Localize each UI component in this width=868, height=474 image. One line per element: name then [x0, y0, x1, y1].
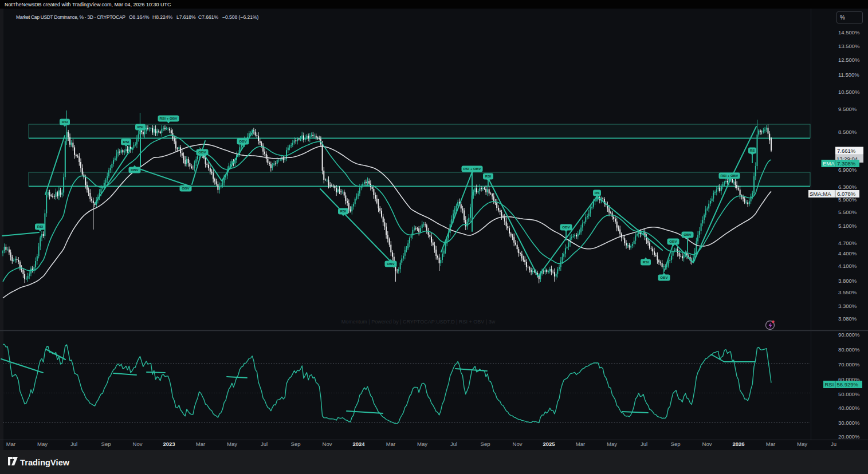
svg-text:30.000%: 30.000%: [838, 420, 860, 426]
svg-text:14.500%: 14.500%: [838, 29, 860, 35]
svg-text:56.929%: 56.929%: [837, 381, 859, 388]
svg-text:May: May: [417, 441, 427, 447]
svg-text:2023: 2023: [163, 441, 175, 447]
svg-text:RSI: RSI: [123, 140, 129, 144]
svg-text:70.000%: 70.000%: [838, 361, 860, 368]
svg-text:Momentum | Powered by | CR: Momentum | Powered by | CRYPTOCAP:USDT.D…: [341, 319, 496, 325]
svg-text:9.500%: 9.500%: [838, 106, 857, 112]
svg-text:90.000%: 90.000%: [838, 331, 860, 338]
svg-text:8.500%: 8.500%: [838, 129, 857, 135]
svg-text:%: %: [840, 14, 845, 21]
svg-text:20.000%: 20.000%: [838, 433, 860, 440]
svg-text:O8.164%: O8.164%: [129, 14, 150, 20]
svg-text:50.000%: 50.000%: [838, 391, 860, 397]
svg-text:L7.618%: L7.618%: [176, 14, 196, 20]
svg-text:EMA: EMA: [823, 160, 835, 167]
svg-text:Jul: Jul: [70, 441, 77, 447]
svg-text:OBV: OBV: [198, 150, 206, 154]
svg-text:4.400%: 4.400%: [838, 250, 857, 256]
svg-text:Nov: Nov: [513, 441, 523, 447]
svg-text:OBV: OBV: [387, 262, 395, 266]
svg-text:Jul: Jul: [641, 441, 647, 447]
svg-text:40.000%: 40.000%: [838, 405, 860, 411]
svg-text:OBV: OBV: [182, 186, 190, 190]
svg-text:Sep: Sep: [291, 441, 301, 447]
svg-text:May: May: [227, 441, 237, 447]
svg-text:RSI: RSI: [485, 174, 492, 178]
svg-text:Jul: Jul: [450, 441, 457, 447]
svg-text:Sep: Sep: [481, 441, 490, 447]
svg-text:RSI: RSI: [37, 224, 44, 228]
svg-text:Nov: Nov: [133, 441, 143, 447]
svg-text:Mar: Mar: [766, 441, 775, 447]
svg-text:Market Cap USDT Dominance, % ·: Market Cap USDT Dominance, % · 3D · CRYP…: [16, 14, 125, 20]
svg-text:OBV: OBV: [562, 225, 570, 229]
svg-text:RSI: RSI: [62, 120, 68, 124]
svg-text:−0.508 (−6.21%): −0.508 (−6.21%): [222, 14, 258, 20]
svg-text:TradingView: TradingView: [20, 458, 70, 467]
svg-text:Ju: Ju: [831, 441, 836, 447]
svg-text:OBV: OBV: [684, 232, 692, 236]
svg-text:Nov: Nov: [702, 441, 712, 447]
svg-text:3.800%: 3.800%: [838, 278, 857, 284]
svg-text:Nov: Nov: [323, 441, 332, 447]
svg-text:5.100%: 5.100%: [838, 223, 857, 229]
svg-text:4.700%: 4.700%: [838, 240, 857, 246]
svg-text:7.308%: 7.308%: [837, 160, 856, 167]
svg-text:NotTheNewsDB created with Trad: NotTheNewsDB created with TradingView.co…: [5, 2, 171, 7]
svg-text:13.500%: 13.500%: [838, 43, 860, 49]
svg-text:Mar: Mar: [386, 441, 395, 447]
svg-text:RSI: RSI: [138, 125, 144, 129]
svg-text:3.550%: 3.550%: [838, 289, 857, 295]
svg-text:10.500%: 10.500%: [838, 89, 860, 95]
svg-text:C7.661%: C7.661%: [198, 14, 218, 20]
svg-text:2026: 2026: [732, 441, 744, 447]
svg-text:2024: 2024: [352, 441, 365, 447]
svg-text:80.000%: 80.000%: [838, 346, 860, 353]
svg-text:OBV: OBV: [239, 139, 247, 143]
svg-text:Mar: Mar: [196, 441, 205, 447]
svg-text:3.080%: 3.080%: [838, 315, 857, 322]
svg-text:6.078%: 6.078%: [837, 191, 856, 197]
svg-text:RSI + OBV: RSI + OBV: [721, 173, 739, 177]
svg-text:Jul: Jul: [261, 441, 268, 447]
svg-text:Mar: Mar: [6, 441, 15, 447]
svg-text:RSI + OBV: RSI + OBV: [464, 167, 482, 171]
svg-text:RSI: RSI: [643, 260, 649, 264]
svg-text:3.300%: 3.300%: [838, 303, 857, 309]
svg-text:OBV: OBV: [660, 275, 668, 279]
svg-text:11.500%: 11.500%: [838, 72, 859, 78]
svg-text:6.300%: 6.300%: [838, 184, 857, 190]
svg-text:May: May: [607, 441, 617, 447]
svg-text:7.661%: 7.661%: [837, 148, 856, 154]
svg-text:May: May: [797, 441, 807, 447]
svg-text:Mar: Mar: [576, 441, 585, 447]
svg-text:OBV: OBV: [131, 168, 139, 172]
svg-text:May: May: [37, 441, 48, 447]
svg-text:12.500%: 12.500%: [838, 57, 860, 63]
svg-text:RSI: RSI: [825, 381, 834, 388]
svg-text:RSI + OBV: RSI + OBV: [160, 116, 178, 120]
svg-text:4.100%: 4.100%: [838, 263, 857, 269]
svg-text:Sep: Sep: [101, 441, 111, 447]
svg-text:RS: RS: [750, 148, 755, 152]
svg-text:H8.224%: H8.224%: [152, 14, 172, 20]
svg-text:RS: RS: [595, 191, 600, 195]
svg-text:6.900%: 6.900%: [838, 167, 857, 173]
svg-text:2025: 2025: [543, 441, 555, 447]
svg-text:RSI: RSI: [340, 209, 347, 213]
svg-text:OBV: OBV: [669, 239, 677, 243]
svg-text:SMA:MA: SMA:MA: [810, 191, 831, 197]
svg-text:Sep: Sep: [671, 441, 681, 447]
svg-text:5.500%: 5.500%: [838, 209, 857, 215]
